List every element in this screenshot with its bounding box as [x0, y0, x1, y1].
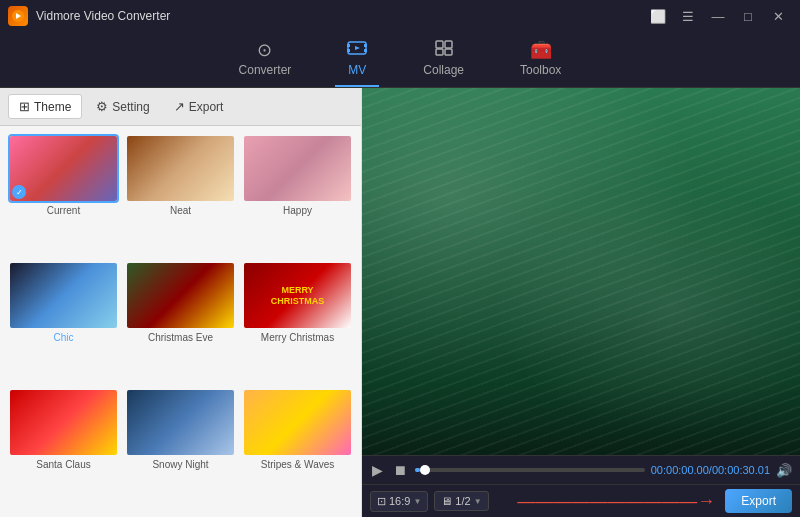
- subtab-export[interactable]: ↗ Export: [164, 95, 234, 118]
- theme-icon: ⊞: [19, 99, 30, 114]
- theme-label-santa: Santa Claus: [36, 459, 90, 470]
- sub-tabs: ⊞ Theme ⚙ Setting ↗ Export: [0, 88, 361, 126]
- subtab-theme-label: Theme: [34, 100, 71, 114]
- theme-label-merry-christmas: Merry Christmas: [261, 332, 334, 343]
- main-layout: ⊞ Theme ⚙ Setting ↗ Export ✓ Current: [0, 88, 800, 517]
- play-button[interactable]: ▶: [370, 460, 385, 480]
- theme-item-christmas-eve[interactable]: Christmas Eve: [125, 261, 236, 382]
- svg-rect-5: [364, 44, 367, 47]
- theme-thumb-chic: [8, 261, 119, 330]
- tab-mv[interactable]: MV: [335, 34, 379, 87]
- theme-item-snowy[interactable]: Snowy Night: [125, 388, 236, 509]
- theme-item-chic[interactable]: Chic: [8, 261, 119, 382]
- window-controls: ⬜ ☰ — □ ✕: [644, 5, 792, 27]
- ratio-value: 16:9: [389, 495, 410, 507]
- ratio-icon: ⊡: [377, 495, 386, 508]
- theme-label-current: Current: [47, 205, 80, 216]
- svg-rect-11: [445, 49, 452, 55]
- converter-icon: ⊙: [257, 39, 272, 61]
- tab-toolbox[interactable]: 🧰 Toolbox: [508, 33, 573, 87]
- time-display: 00:00:00.00/00:00:30.01: [651, 464, 770, 476]
- theme-thumb-santa: [8, 388, 119, 457]
- theme-label-stripes: Stripes & Waves: [261, 459, 335, 470]
- stop-button[interactable]: ⏹: [391, 460, 409, 480]
- export-icon: ↗: [174, 99, 185, 114]
- theme-label-happy: Happy: [283, 205, 312, 216]
- svg-rect-8: [436, 41, 443, 48]
- theme-thumb-snowy: [125, 388, 236, 457]
- wave-lines: [362, 88, 800, 455]
- theme-item-current[interactable]: ✓ Current: [8, 134, 119, 255]
- theme-item-merry-christmas[interactable]: MERRYCHRISTMAS Merry Christmas: [242, 261, 353, 382]
- progress-bar[interactable]: [415, 468, 645, 472]
- ratio-select[interactable]: ⊡ 16:9 ▼: [370, 491, 428, 512]
- theme-item-neat[interactable]: Neat: [125, 134, 236, 255]
- theme-item-happy[interactable]: Happy: [242, 134, 353, 255]
- collage-icon: [435, 40, 453, 61]
- export-row: ⊡ 16:9 ▼ 🖥 1/2 ▼ ——————————→ Export: [362, 484, 800, 517]
- subtab-setting[interactable]: ⚙ Setting: [86, 95, 159, 118]
- red-arrow-icon: ——————————→: [503, 491, 720, 512]
- tab-mv-label: MV: [348, 63, 366, 77]
- tab-converter[interactable]: ⊙ Converter: [227, 33, 304, 87]
- mv-icon: [347, 40, 367, 61]
- maximize-button[interactable]: □: [734, 5, 762, 27]
- svg-marker-7: [355, 46, 360, 50]
- theme-label-neat: Neat: [170, 205, 191, 216]
- theme-label-chic: Chic: [53, 332, 73, 343]
- theme-thumb-stripes: [242, 388, 353, 457]
- svg-rect-6: [364, 49, 367, 52]
- app-title: Vidmore Video Converter: [36, 9, 644, 23]
- theme-thumb-current: ✓: [8, 134, 119, 203]
- theme-label-snowy: Snowy Night: [152, 459, 208, 470]
- theme-item-santa[interactable]: Santa Claus: [8, 388, 119, 509]
- nav-tabs: ⊙ Converter MV Collage 🧰: [0, 32, 800, 88]
- export-button[interactable]: Export: [725, 489, 792, 513]
- video-controls: ▶ ⏹ 00:00:00.00/00:00:30.01 🔊: [362, 455, 800, 484]
- svg-rect-9: [445, 41, 452, 48]
- svg-rect-4: [347, 49, 350, 52]
- theme-thumb-neat: [125, 134, 236, 203]
- tab-collage[interactable]: Collage: [411, 34, 476, 87]
- export-arrow-area: ——————————→: [495, 491, 720, 512]
- toolbox-icon: 🧰: [530, 39, 552, 61]
- ratio-dropdown-icon: ▼: [413, 497, 421, 506]
- minimize-button[interactable]: —: [704, 5, 732, 27]
- chat-button[interactable]: ⬜: [644, 5, 672, 27]
- subtab-setting-label: Setting: [112, 100, 149, 114]
- setting-icon: ⚙: [96, 99, 108, 114]
- subtab-export-label: Export: [189, 100, 224, 114]
- title-bar: Vidmore Video Converter ⬜ ☰ — □ ✕: [0, 0, 800, 32]
- tab-converter-label: Converter: [239, 63, 292, 77]
- theme-grid: ✓ Current Neat Happy: [0, 126, 361, 517]
- quality-select[interactable]: 🖥 1/2 ▼: [434, 491, 488, 511]
- quality-value: 1/2: [455, 495, 470, 507]
- svg-rect-3: [347, 44, 350, 47]
- tab-collage-label: Collage: [423, 63, 464, 77]
- close-button[interactable]: ✕: [764, 5, 792, 27]
- volume-icon[interactable]: 🔊: [776, 463, 792, 478]
- app-logo: [8, 6, 28, 26]
- theme-thumb-merry-christmas: MERRYCHRISTMAS: [242, 261, 353, 330]
- merry-text: MERRYCHRISTMAS: [271, 285, 325, 307]
- quality-icon: 🖥: [441, 495, 452, 507]
- theme-label-christmas-eve: Christmas Eve: [148, 332, 213, 343]
- subtab-theme[interactable]: ⊞ Theme: [8, 94, 82, 119]
- quality-dropdown-icon: ▼: [474, 497, 482, 506]
- theme-item-stripes[interactable]: Stripes & Waves: [242, 388, 353, 509]
- tab-toolbox-label: Toolbox: [520, 63, 561, 77]
- video-preview: [362, 88, 800, 455]
- menu-button[interactable]: ☰: [674, 5, 702, 27]
- left-panel: ⊞ Theme ⚙ Setting ↗ Export ✓ Current: [0, 88, 362, 517]
- theme-thumb-christmas-eve: [125, 261, 236, 330]
- right-panel: ▶ ⏹ 00:00:00.00/00:00:30.01 🔊 ⊡ 16:9 ▼ 🖥…: [362, 88, 800, 517]
- svg-rect-10: [436, 49, 443, 55]
- theme-thumb-happy: [242, 134, 353, 203]
- progress-dot[interactable]: [420, 465, 430, 475]
